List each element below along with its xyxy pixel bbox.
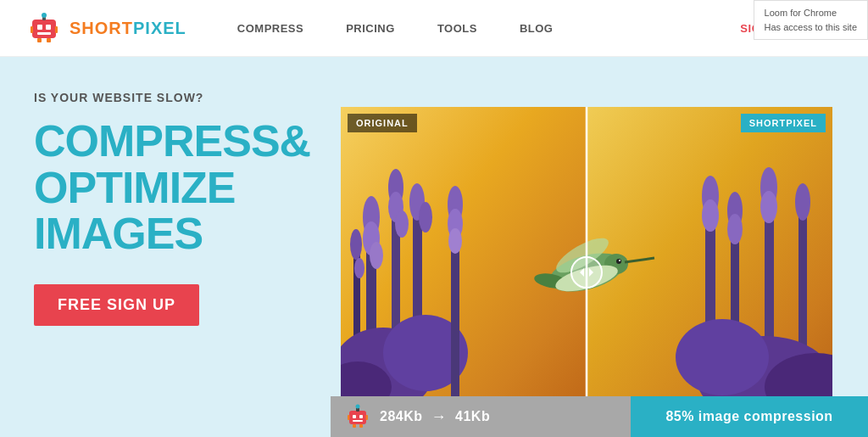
svg-rect-62 <box>353 420 363 422</box>
svg-point-40 <box>727 214 743 244</box>
svg-rect-9 <box>47 38 51 42</box>
svg-point-24 <box>419 202 432 233</box>
mini-robot-icon <box>344 403 371 430</box>
svg-point-32 <box>448 228 462 254</box>
free-signup-button[interactable]: FREE SIGN UP <box>34 284 199 326</box>
loom-notification: Loom for Chrome Has access to this site <box>754 0 868 40</box>
svg-point-52 <box>619 260 620 261</box>
svg-rect-2 <box>46 25 51 30</box>
nav-tools[interactable]: TOOLS <box>437 22 477 35</box>
svg-point-25 <box>354 258 364 278</box>
compression-pct-bar: 85% image compression <box>631 396 868 437</box>
svg-point-22 <box>370 242 383 269</box>
svg-rect-8 <box>37 38 42 42</box>
svg-point-5 <box>42 13 47 18</box>
nav-pricing[interactable]: PRICING <box>346 22 395 35</box>
label-original: ORIGINAL <box>348 114 417 132</box>
svg-point-43 <box>795 183 810 221</box>
header: SHORTPIXEL COMPRESS PRICING TOOLS BLOG S… <box>0 0 868 57</box>
original-image <box>341 107 832 404</box>
nav-compress[interactable]: COMPRESS <box>237 22 303 35</box>
svg-rect-65 <box>348 415 350 420</box>
svg-point-51 <box>616 259 621 264</box>
main-content: IS YOUR WEBSITE SLOW? COMPRESS& OPTIMIZE… <box>0 57 868 437</box>
svg-rect-7 <box>55 26 58 33</box>
logo[interactable]: SHORTPIXEL <box>25 9 186 47</box>
compression-arrow: → <box>431 408 448 426</box>
svg-point-46 <box>676 319 769 395</box>
svg-rect-67 <box>353 424 356 428</box>
logo-robot-icon <box>25 9 63 47</box>
svg-rect-61 <box>359 415 363 418</box>
nav-blog[interactable]: BLOG <box>520 22 554 35</box>
svg-rect-0 <box>32 20 56 38</box>
svg-point-64 <box>356 405 360 409</box>
label-shortpixel: SHORTPIXEL <box>741 114 826 132</box>
hero-tagline: IS YOUR WEBSITE SLOW? <box>34 91 297 104</box>
svg-point-56 <box>571 257 602 288</box>
compression-pct-text: 85% image compression <box>665 409 832 424</box>
logo-text: SHORTPIXEL <box>70 19 186 38</box>
svg-point-42 <box>760 191 777 223</box>
svg-point-23 <box>395 210 409 238</box>
hero-right-panel: ORIGINAL SHORTPIXEL <box>331 57 868 437</box>
svg-rect-59 <box>349 411 366 424</box>
main-nav: COMPRESS PRICING TOOLS BLOG <box>237 22 741 35</box>
hero-headline: COMPRESS& OPTIMIZE IMAGES <box>34 118 297 257</box>
hero-left-panel: IS YOUR WEBSITE SLOW? COMPRESS& OPTIMIZE… <box>0 57 331 437</box>
svg-rect-1 <box>37 25 42 30</box>
compression-size-bar: 284Kb → 41Kb <box>331 396 631 437</box>
svg-rect-3 <box>37 32 51 35</box>
svg-point-20 <box>350 229 362 260</box>
compression-to: 41Kb <box>455 409 490 424</box>
svg-rect-68 <box>359 424 363 428</box>
image-comparison[interactable]: ORIGINAL SHORTPIXEL <box>341 107 832 404</box>
compression-stats-bar: 284Kb → 41Kb 85% image compression <box>331 396 868 437</box>
svg-rect-6 <box>31 26 33 33</box>
compression-from: 284Kb <box>380 409 423 424</box>
svg-point-38 <box>702 199 719 232</box>
svg-rect-66 <box>366 415 369 420</box>
svg-rect-60 <box>353 415 356 418</box>
